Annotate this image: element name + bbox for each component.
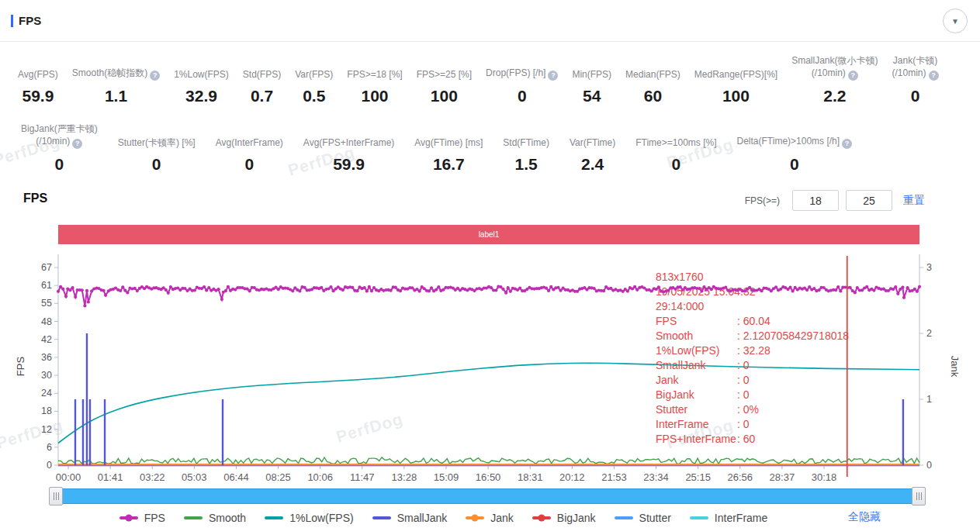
svg-text:0: 0 — [47, 460, 52, 471]
stat-label-text: Avg(InterFrame) — [216, 137, 283, 148]
stat-label: Delta(FTime)>100ms [/h]? — [737, 135, 853, 149]
scrollbar-left-handle[interactable] — [49, 487, 63, 506]
stat-label-text: Drop(FPS) [/h] — [486, 67, 545, 78]
stat-value: 100 — [694, 86, 777, 106]
chart-legend: FPSSmooth1%Low(FPS)SmallJankJankBigJankS… — [0, 509, 980, 526]
stat-label: MedRange(FPS)[%] — [694, 68, 777, 81]
svg-text:1%Low(FPS): 1%Low(FPS) — [656, 344, 719, 357]
series-line-icon — [119, 516, 138, 519]
fps-ge-label: FPS(>=) — [745, 195, 780, 206]
help-icon[interactable]: ? — [848, 71, 858, 81]
svg-text:Stutter: Stutter — [656, 403, 688, 416]
legend-label: SmallJank — [397, 512, 448, 524]
legend-label: Stutter — [639, 512, 671, 524]
stat-label: FPS>=25 [%] — [417, 68, 472, 81]
stat-value: 0 — [892, 86, 939, 106]
stat-label: Smooth(稳帧指数)? — [72, 67, 160, 81]
fps-threshold-controls: FPS(>=) 重置 — [745, 190, 925, 211]
stat-value: 2.4 — [570, 154, 615, 174]
fps-threshold-input-1[interactable] — [792, 190, 839, 211]
legend-item-Smooth[interactable]: Smooth — [184, 512, 246, 524]
svg-text:13:28: 13:28 — [392, 471, 417, 483]
legend-item-Jank[interactable]: Jank — [466, 512, 514, 524]
legend-item-1%Low(FPS)[interactable]: 1%Low(FPS) — [265, 512, 353, 524]
scrollbar-track[interactable] — [60, 488, 915, 504]
stat-cell: Var(FTime)2.4 — [559, 136, 625, 174]
stat-value: 59.9 — [18, 86, 58, 106]
svg-text:813x1760: 813x1760 — [656, 271, 704, 283]
stat-label: Median(FPS) — [625, 68, 680, 81]
stat-cell: Delta(FTime)>100ms [/h]?0 — [727, 135, 863, 174]
svg-text:Jank: Jank — [949, 356, 961, 378]
svg-text:3: 3 — [926, 262, 932, 273]
stat-label: Avg(FPS+InterFrame) — [303, 136, 394, 149]
svg-text:BigJank: BigJank — [656, 388, 695, 401]
reset-link[interactable]: 重置 — [903, 194, 925, 208]
legend-label: InterFrame — [715, 512, 767, 524]
help-icon[interactable]: ? — [548, 71, 558, 81]
stat-label: Min(FPS) — [572, 68, 611, 81]
chart-scrollbar[interactable] — [49, 487, 926, 504]
stat-label-text: Var(FPS) — [295, 69, 333, 80]
svg-text:18:31: 18:31 — [518, 471, 543, 483]
help-icon[interactable]: ? — [929, 71, 939, 81]
fps-threshold-input-2[interactable] — [846, 190, 892, 211]
legend-item-BigJank[interactable]: BigJank — [532, 512, 596, 524]
series-dot-icon — [472, 515, 479, 522]
stat-label-text: Avg(FPS+InterFrame) — [303, 137, 394, 148]
svg-text:30: 30 — [41, 370, 52, 381]
legend-item-InterFrame[interactable]: InterFrame — [690, 512, 767, 524]
stats-row-1: Avg(FPS)59.9Smooth(稳帧指数)?1.11%Low(FPS)32… — [11, 54, 946, 106]
stat-label: Drop(FPS) [/h]? — [486, 67, 558, 81]
svg-text:24: 24 — [41, 388, 52, 399]
stat-cell: Std(FPS)0.7 — [236, 68, 288, 106]
stat-cell: FPS>=25 [%]100 — [410, 68, 479, 106]
chart-label-band: label1 — [58, 225, 919, 244]
svg-text:42: 42 — [41, 334, 52, 345]
stat-label-text: MedRange(FPS)[%] — [694, 69, 777, 80]
stat-label: FTime>=100ms [%] — [635, 136, 716, 149]
fps-chart[interactable]: 67615548423630241812603210FPSJank00:0001… — [0, 248, 980, 485]
stat-label: 1%Low(FPS) — [174, 68, 229, 81]
svg-text:SmallJank: SmallJank — [656, 359, 707, 371]
legend-item-SmallJank[interactable]: SmallJank — [372, 512, 448, 524]
stat-value: 100 — [417, 86, 472, 106]
svg-text:6: 6 — [47, 442, 52, 453]
svg-text:36: 36 — [41, 352, 52, 363]
stat-value: 32.9 — [174, 86, 229, 106]
svg-text:: 0%: : 0% — [737, 403, 759, 416]
legend-item-Stutter[interactable]: Stutter — [615, 512, 671, 524]
help-icon[interactable]: ? — [842, 139, 852, 149]
svg-text:08:25: 08:25 — [265, 471, 291, 483]
svg-text:15:09: 15:09 — [434, 471, 459, 483]
svg-text:21:53: 21:53 — [601, 471, 627, 483]
hide-all-link[interactable]: 全隐藏 — [848, 510, 881, 524]
svg-text:16:50: 16:50 — [476, 471, 501, 483]
stat-label-text: BigJank(严重卡顿) — [21, 123, 98, 134]
stat-cell: FPS>=18 [%]100 — [340, 68, 409, 106]
stat-label: SmallJank(微小卡顿)(/10min)? — [791, 54, 878, 81]
chart-title: FPS — [23, 192, 47, 205]
collapse-section-button[interactable]: ▼ — [943, 9, 968, 33]
stat-value: 0 — [737, 154, 853, 174]
series-line-icon — [532, 516, 551, 519]
stat-value: 59.9 — [303, 154, 394, 174]
stat-value: 1.5 — [503, 154, 549, 174]
legend-label: FPS — [144, 512, 165, 524]
stat-value: 16.7 — [414, 154, 483, 174]
page-title: FPS — [19, 14, 41, 27]
svg-text:FPS: FPS — [15, 357, 26, 377]
svg-text:: 60.04: : 60.04 — [737, 315, 770, 327]
svg-text:25:15: 25:15 — [685, 471, 711, 483]
stat-label-text: Var(FTime) — [570, 137, 615, 148]
stat-cell: BigJank(严重卡顿)(/10min)?0 — [11, 123, 108, 174]
svg-text:29:14:000: 29:14:000 — [656, 300, 704, 312]
scrollbar-right-handle[interactable] — [912, 487, 926, 506]
help-icon[interactable]: ? — [72, 139, 82, 149]
legend-item-FPS[interactable]: FPS — [119, 512, 165, 524]
stat-label: Var(FTime) — [570, 136, 615, 149]
stat-label: Stutter(卡顿率) [%] — [118, 136, 196, 149]
svg-text:0: 0 — [926, 460, 932, 471]
legend-label: Jank — [490, 512, 514, 524]
help-icon[interactable]: ? — [150, 71, 160, 81]
